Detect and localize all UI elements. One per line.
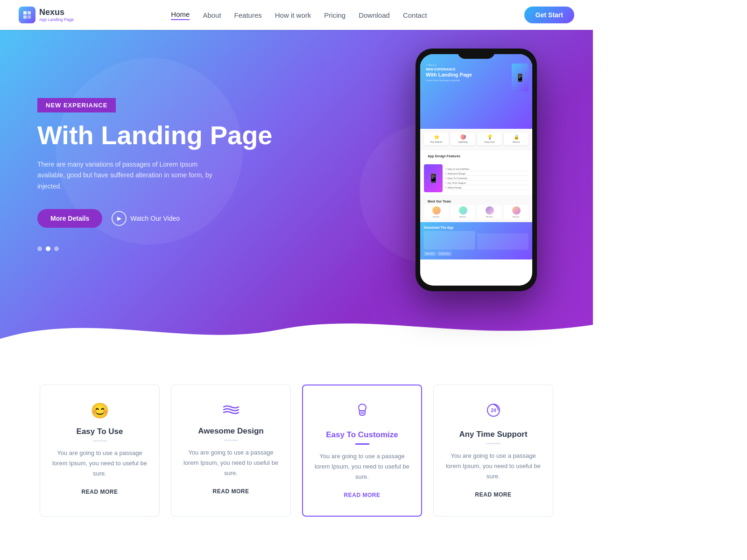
ps-google-play: Google Play <box>437 252 451 256</box>
dot-1[interactable] <box>37 246 42 251</box>
ps-team-row: Member Member Member <box>424 205 529 219</box>
ps-app-store: App Store <box>424 252 436 256</box>
awesome-design-divider <box>224 440 238 441</box>
any-time-support-title: Any Time Support <box>445 430 542 439</box>
awesome-design-link[interactable]: READ MORE <box>213 488 249 495</box>
ps-feat-label-1: Key feature <box>425 140 447 143</box>
nav-home[interactable]: Home <box>171 10 190 20</box>
ps-feat-2: 🎯 Lightning <box>451 133 475 145</box>
ps-team-name-4: Member <box>505 216 527 218</box>
hero-dots <box>37 246 272 251</box>
easy-to-use-desc: You are going to use a passage lorem Ips… <box>51 448 148 479</box>
ps-hero: ≡ Nexus ● NEW EXPERIANCE With Landing Pa… <box>420 54 532 129</box>
feature-card-awesome-design: Awesome Design You are going to use a pa… <box>171 385 291 517</box>
ps-feat-label-2: Lightning <box>452 140 474 143</box>
nav-contact[interactable]: Contact <box>403 11 427 19</box>
logo-name: Nexus <box>39 8 74 17</box>
ps-feat-label-3: Easy Use <box>479 140 500 143</box>
any-time-support-desc: You are going to use a passage lorem Ips… <box>445 451 542 482</box>
ps-feat-icon-2: 🎯 <box>452 134 474 140</box>
any-time-support-icon: 24 <box>445 402 542 422</box>
nav-download[interactable]: Download <box>359 11 390 19</box>
easy-to-customize-link[interactable]: READ MORE <box>344 492 381 498</box>
ps-store-btns: App Store Google Play <box>424 252 529 256</box>
hero-description: There are many variations of passages of… <box>37 159 224 192</box>
nav-how-it-work[interactable]: How it work <box>275 11 311 19</box>
nav-links: Home About Features How it work Pricing … <box>171 10 427 20</box>
ps-feat-1: ⭐ Key feature <box>424 133 449 145</box>
navbar: Nexus App Landing Page Home About Featur… <box>0 0 593 30</box>
ps-feat-row-1: ⭐ Key feature 🎯 Lightning 💡 Easy Use <box>424 133 529 145</box>
ps-team-name-3: Member <box>479 216 500 218</box>
ps-hand-feat-1: Easy to use interface <box>445 167 529 171</box>
ps-dl-title: Download The App <box>424 226 529 229</box>
feature-card-any-time-support: 24 Any Time Support You are going to use… <box>433 385 553 517</box>
ps-feat-label-4: Secure <box>505 140 527 143</box>
ps-feat-3: 💡 Easy Use <box>477 133 502 145</box>
ps-hand-feat-5: Retina Ready <box>445 185 529 190</box>
awesome-design-desc: You are going to use a passage lorem Ips… <box>183 448 279 478</box>
nav-about[interactable]: About <box>203 11 221 19</box>
phone-screen: ≡ Nexus ● NEW EXPERIANCE With Landing Pa… <box>420 54 532 286</box>
hero-left: NEW EXPERIANCE With Landing Page There a… <box>37 98 272 251</box>
ps-features: ⭐ Key feature 🎯 Lightning 💡 Easy Use <box>420 129 532 151</box>
ps-team-1: Member <box>424 205 449 219</box>
ps-team-4: Member <box>504 205 529 219</box>
nav-features[interactable]: Features <box>234 11 262 19</box>
svg-rect-3 <box>28 15 31 19</box>
ps-app-section: App Design Features <box>420 151 532 161</box>
any-time-support-link[interactable]: READ MORE <box>475 491 512 498</box>
phone-notch <box>458 49 495 59</box>
ps-team-3: Member <box>477 205 502 219</box>
ps-team-2: Member <box>451 205 475 219</box>
ps-mini-phone: 📱 <box>512 63 529 91</box>
hero-content: NEW EXPERIANCE With Landing Page There a… <box>0 30 593 347</box>
logo-subtitle: App Landing Page <box>39 17 74 22</box>
easy-to-customize-title: Easy To Customize <box>314 430 410 440</box>
ps-hand-feat-4: Any Time Support <box>445 181 529 185</box>
easy-to-customize-desc: You are going to use a passage lorem Ips… <box>314 451 410 482</box>
logo: Nexus App Landing Page <box>19 7 74 23</box>
ps-feat-icon-3: 💡 <box>479 134 500 140</box>
feature-card-easy-to-use: 😊 Easy To Use You are going to use a pas… <box>40 385 160 517</box>
nav-pricing[interactable]: Pricing <box>324 11 345 19</box>
hero-section: NEW EXPERIANCE With Landing Page There a… <box>0 30 593 347</box>
ps-avatar-3 <box>486 206 494 215</box>
dot-2[interactable] <box>46 246 50 251</box>
ps-hand-feat-3: Easy To Customize <box>445 176 529 181</box>
svg-rect-1 <box>28 11 31 14</box>
watch-video-button[interactable]: ▶ Watch Our Video <box>112 211 180 226</box>
ps-avatar-1 <box>432 206 441 215</box>
easy-to-use-title: Easy To Use <box>51 427 148 436</box>
get-start-button[interactable]: Get Start <box>524 7 574 23</box>
easy-to-customize-divider <box>355 443 369 445</box>
ps-avatar-2 <box>459 206 467 215</box>
more-details-button[interactable]: More Details <box>37 209 102 228</box>
ps-feat-icon-4: 🔒 <box>505 134 527 140</box>
ps-hand-section: 📱 Easy to use interface Awesome Design E… <box>420 161 532 195</box>
play-icon: ▶ <box>112 211 127 226</box>
features-grid: 😊 Easy To Use You are going to use a pas… <box>40 385 553 517</box>
dot-3[interactable] <box>54 246 59 251</box>
ps-dl-phone-1 <box>424 231 475 250</box>
ps-team-section: Meet Our Team Member Member <box>420 195 532 222</box>
ps-avatar-4 <box>512 206 521 215</box>
ps-download: Download The App App Store Google Play <box>420 222 532 259</box>
phone-outer: ≡ Nexus ● NEW EXPERIANCE With Landing Pa… <box>416 49 537 291</box>
ps-dl-phone-2 <box>477 233 529 250</box>
ps-team-title: Meet Our Team <box>424 198 529 205</box>
logo-text: Nexus App Landing Page <box>39 8 74 22</box>
watch-video-label: Watch Our Video <box>130 215 180 222</box>
phone-mockup: ≡ Nexus ● NEW EXPERIANCE With Landing Pa… <box>416 49 537 291</box>
awesome-design-title: Awesome Design <box>183 427 279 436</box>
svg-rect-0 <box>23 11 27 14</box>
logo-icon <box>19 7 35 23</box>
easy-to-use-icon: 😊 <box>51 402 148 420</box>
svg-rect-2 <box>23 15 27 19</box>
easy-to-use-link[interactable]: READ MORE <box>82 489 118 495</box>
ps-hand-features: Easy to use interface Awesome Design Eas… <box>445 167 529 190</box>
feature-card-easy-to-customize: Easy To Customize You are going to use a… <box>302 385 422 517</box>
ps-team-name-1: Member <box>425 216 447 218</box>
hero-title: With Landing Page <box>37 121 272 150</box>
hero-badge: NEW EXPERIANCE <box>37 98 116 112</box>
